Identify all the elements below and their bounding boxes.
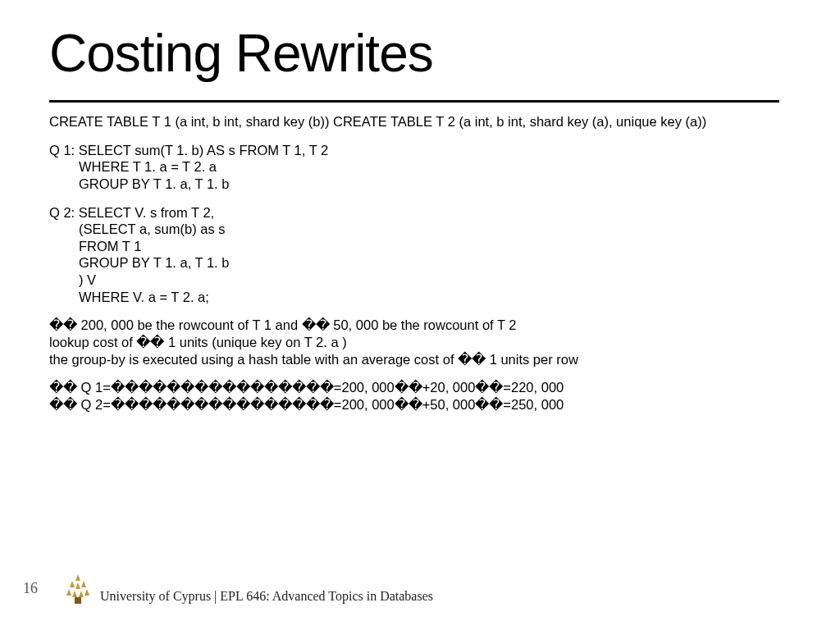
q2-line5: ) V (49, 272, 779, 289)
svg-rect-0 (75, 597, 81, 604)
slide-body: CREATE TABLE T 1 (a int, b int, shard ke… (49, 113, 779, 413)
assume-line1: �� 200, 000 be the rowcount of T 1 and �… (49, 317, 516, 332)
cost-q1: �� Q 1=����������������=200, 000��+20, 0… (49, 379, 779, 396)
page-number: 16 (23, 580, 38, 597)
q1-line1: Q 1: SELECT sum(T 1. b) AS s FROM T 1, T… (49, 143, 328, 158)
ddl-text: CREATE TABLE T 1 (a int, b int, shard ke… (49, 113, 779, 130)
q1-line3: GROUP BY T 1. a, T 1. b (49, 176, 779, 193)
query-q1: Q 1: SELECT sum(T 1. b) AS s FROM T 1, T… (49, 142, 779, 193)
q2-line1: Q 2: SELECT V. s from T 2, (49, 205, 214, 220)
slide-title: Costing Rewrites (49, 23, 433, 84)
cost-q2: �� Q 2=����������������=200, 000��+50, 0… (49, 396, 779, 413)
q1-line2: WHERE T 1. a = T 2. a (49, 158, 779, 176)
footer-text: University of Cyprus | EPL 646: Advanced… (100, 589, 433, 605)
q2-line2: (SELECT a, sum(b) as s (49, 221, 779, 238)
query-q2: Q 2: SELECT V. s from T 2, (SELECT a, su… (49, 204, 779, 306)
university-logo-icon (64, 573, 92, 605)
q2-line3: FROM T 1 (49, 238, 779, 255)
footer: University of Cyprus | EPL 646: Advanced… (64, 573, 433, 605)
q2-line4: GROUP BY T 1. a, T 1. b (49, 254, 779, 272)
assume-line3: the group-by is executed using a hash ta… (49, 352, 578, 367)
assumptions: �� 200, 000 be the rowcount of T 1 and �… (49, 317, 779, 368)
q2-line6: WHERE V. a = T 2. a; (49, 289, 779, 306)
slide: Costing Rewrites CREATE TABLE T 1 (a int… (0, 0, 840, 630)
assume-line2: lookup cost of �� 1 units (unique key on… (49, 335, 347, 349)
cost-block: �� Q 1=����������������=200, 000��+20, 0… (49, 379, 779, 413)
title-underline (49, 100, 779, 103)
